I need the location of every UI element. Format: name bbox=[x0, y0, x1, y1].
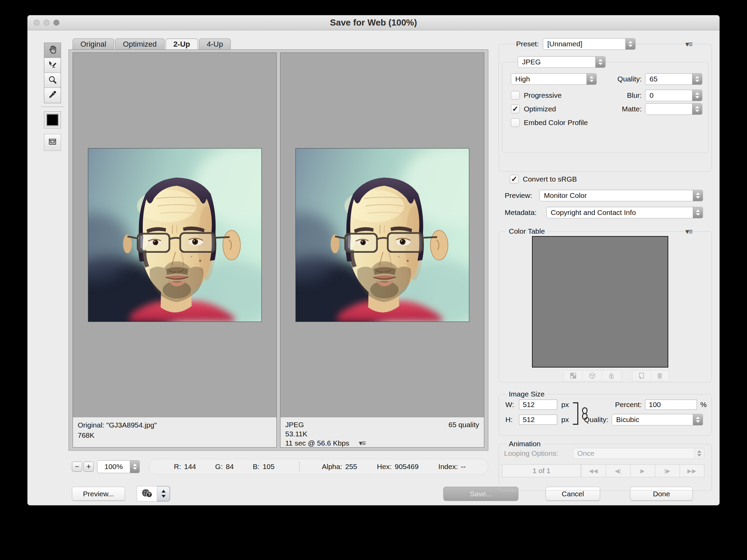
optimized-checkbox-row: ✓ Optimized bbox=[511, 105, 556, 113]
optimized-pane: JPEG 65 quality 53.11K 11 sec @ 56.6 Kbp… bbox=[280, 52, 484, 448]
percent-label: Percent: bbox=[594, 400, 642, 410]
original-pane: Original: "GJ3A8954.jpg" 768K bbox=[73, 52, 277, 448]
eyedropper-tool-button[interactable] bbox=[44, 88, 61, 103]
height-label: H: bbox=[505, 415, 513, 425]
zoom-tool-button[interactable] bbox=[44, 73, 61, 88]
looping-options-label: Looping Options: bbox=[504, 448, 558, 459]
svg-text:?: ? bbox=[148, 492, 151, 497]
width-unit: px bbox=[561, 400, 569, 410]
new-color-button[interactable] bbox=[632, 370, 651, 381]
optimized-infobar: JPEG 65 quality 53.11K 11 sec @ 56.6 Kbp… bbox=[280, 417, 484, 447]
convert-srgb-checkbox[interactable]: ✓ bbox=[510, 175, 519, 184]
optimized-download-time: 11 sec @ 56.6 Kbps bbox=[285, 438, 349, 448]
original-filename: Original: "GJ3A8954.jpg" bbox=[78, 420, 272, 430]
preset-panel-menu-icon[interactable]: ▾≡ bbox=[685, 40, 692, 49]
hand-icon bbox=[47, 45, 58, 56]
preset-label: Preset: bbox=[504, 38, 539, 50]
previous-frame-button[interactable]: ◀| bbox=[606, 464, 630, 477]
width-label: W: bbox=[505, 400, 514, 410]
optimized-filesize: 53.11K bbox=[285, 429, 479, 438]
delete-color-button[interactable] bbox=[651, 370, 669, 381]
tab-2up[interactable]: 2-Up bbox=[166, 38, 198, 50]
color-table-title: Color Table bbox=[506, 227, 548, 236]
zoom-in-button[interactable]: + bbox=[83, 462, 94, 472]
quality-label: Quality: bbox=[604, 73, 642, 85]
web-shift-button[interactable] bbox=[583, 370, 602, 381]
lock-color-button[interactable] bbox=[602, 370, 621, 381]
format-stepper-icon bbox=[595, 57, 605, 67]
slices-visibility-icon bbox=[47, 137, 58, 148]
zoom-level-field[interactable]: 100% bbox=[97, 460, 130, 473]
resample-quality-label: Quality: bbox=[574, 414, 608, 425]
download-speed-menu-icon[interactable]: ▾≡ bbox=[359, 438, 365, 448]
optimized-label: Optimized bbox=[524, 105, 556, 113]
optimized-quality: 65 quality bbox=[448, 420, 479, 429]
tab-optimized[interactable]: Optimized bbox=[115, 38, 165, 50]
last-frame-button[interactable]: ▶▶ bbox=[680, 464, 704, 477]
original-infobar: Original: "GJ3A8954.jpg" 768K bbox=[73, 417, 276, 447]
blur-field[interactable]: 0 bbox=[645, 90, 702, 101]
first-frame-button[interactable]: ◀◀ bbox=[581, 464, 606, 477]
zoom-level-stepper[interactable] bbox=[130, 460, 140, 473]
eyedropper-color-swatch bbox=[47, 114, 58, 126]
matte-label: Matte: bbox=[604, 103, 642, 115]
map-transparency-button[interactable] bbox=[563, 370, 583, 381]
animation-title: Animation bbox=[506, 439, 543, 449]
tab-original[interactable]: Original bbox=[73, 38, 114, 50]
color-table-menu-icon[interactable]: ▾≡ bbox=[685, 227, 692, 236]
eyedropper-icon bbox=[47, 90, 58, 101]
play-button[interactable]: ▶ bbox=[630, 464, 655, 477]
tool-column bbox=[44, 43, 61, 103]
original-filesize: 768K bbox=[78, 430, 272, 440]
compression-quality-dropdown[interactable]: High bbox=[511, 73, 597, 85]
alpha-value: 255 bbox=[345, 463, 357, 470]
resample-stepper-icon bbox=[693, 414, 703, 425]
eyedropper-color-well[interactable] bbox=[44, 111, 61, 128]
toggle-slices-visibility-button[interactable] bbox=[44, 134, 61, 151]
browser-select-stepper[interactable] bbox=[157, 486, 170, 501]
view-tabs: Original Optimized 2-Up 4-Up bbox=[73, 38, 232, 50]
resample-quality-dropdown[interactable]: Bicubic bbox=[612, 414, 703, 425]
convert-srgb-row: ✓ Convert to sRGB bbox=[510, 175, 577, 184]
color-table-edit-tools bbox=[632, 370, 669, 381]
blur-label: Blur: bbox=[604, 90, 642, 101]
pixel-readout: Alpha:255 Hex:905469 Index:-- bbox=[300, 463, 488, 471]
original-canvas[interactable] bbox=[73, 53, 276, 417]
width-field[interactable]: 512 bbox=[519, 400, 557, 410]
embed-color-profile-checkbox[interactable] bbox=[511, 118, 520, 127]
preview-stepper-icon bbox=[693, 190, 703, 201]
format-dropdown[interactable]: JPEG bbox=[518, 56, 606, 68]
height-field[interactable]: 512 bbox=[519, 415, 557, 425]
zoom-out-button[interactable]: − bbox=[72, 462, 82, 472]
embed-color-profile-row: Embed Color Profile bbox=[511, 118, 588, 127]
titlebar: Save for Web (100%) bbox=[28, 15, 719, 30]
progressive-checkbox-row: Progressive bbox=[511, 91, 562, 100]
convert-srgb-label: Convert to sRGB bbox=[523, 175, 577, 183]
height-unit: px bbox=[561, 415, 569, 425]
preview-button[interactable]: Preview... bbox=[72, 487, 125, 501]
hand-tool-button[interactable] bbox=[44, 43, 61, 58]
quality-field[interactable]: 65 bbox=[645, 73, 702, 85]
embed-color-profile-label: Embed Color Profile bbox=[524, 119, 588, 127]
metadata-label: Metadata: bbox=[505, 207, 536, 218]
matte-field[interactable] bbox=[645, 103, 702, 115]
progressive-checkbox[interactable] bbox=[511, 91, 520, 100]
preview-dropdown[interactable]: Monitor Color bbox=[539, 190, 703, 201]
tab-4up[interactable]: 4-Up bbox=[199, 38, 231, 50]
looping-options-dropdown[interactable]: Once bbox=[573, 448, 704, 459]
percent-field[interactable]: 100 bbox=[645, 400, 697, 410]
metadata-dropdown[interactable]: Copyright and Contact Info bbox=[546, 207, 703, 218]
optimized-canvas[interactable] bbox=[280, 53, 484, 417]
slice-select-tool-button[interactable] bbox=[44, 58, 61, 73]
preset-dropdown[interactable]: [Unnamed] bbox=[543, 38, 636, 50]
optimized-checkbox[interactable]: ✓ bbox=[511, 105, 520, 113]
compression-stepper-icon bbox=[586, 74, 596, 84]
preset-stepper-icon bbox=[625, 38, 635, 49]
image-size-title: Image Size bbox=[506, 389, 547, 399]
slice-select-icon bbox=[47, 60, 58, 71]
next-frame-button[interactable]: |▶ bbox=[655, 464, 680, 477]
hex-value: 905469 bbox=[395, 463, 418, 470]
progressive-label: Progressive bbox=[524, 91, 562, 99]
optimized-format: JPEG bbox=[285, 420, 304, 429]
preview-browser-button[interactable]: ? bbox=[137, 486, 157, 501]
